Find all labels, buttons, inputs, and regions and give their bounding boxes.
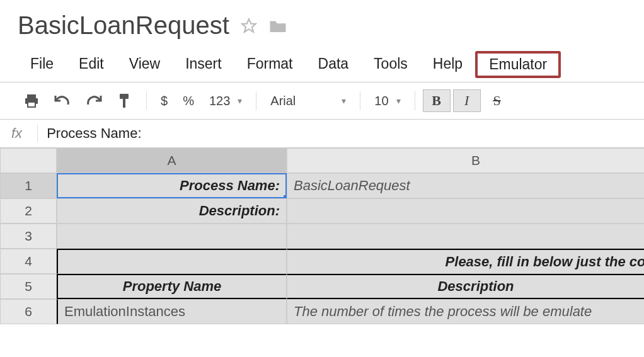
cell-b3[interactable] — [287, 224, 644, 249]
menu-edit[interactable]: Edit — [66, 52, 117, 77]
menu-view[interactable]: View — [117, 52, 173, 77]
document-title[interactable]: BasicLoanRequest — [18, 11, 229, 40]
cell-a4[interactable] — [57, 249, 287, 274]
fx-label: fx — [11, 125, 28, 142]
menubar: File Edit View Insert Format Data Tools … — [18, 51, 626, 78]
svg-rect-1 — [27, 94, 36, 98]
svg-rect-4 — [120, 94, 129, 99]
chevron-down-icon: ▾ — [342, 96, 346, 106]
cell-b6[interactable]: The number of times the process will be … — [287, 299, 644, 324]
select-all-corner[interactable] — [0, 148, 57, 173]
svg-rect-5 — [123, 99, 125, 108]
bold-button[interactable]: B — [423, 89, 451, 112]
menu-emulator[interactable]: Emulator — [475, 51, 561, 78]
column-header-a[interactable]: A — [57, 148, 287, 173]
font-size-dropdown[interactable]: 10 ▾ — [368, 90, 406, 112]
fx-text: fx — [11, 125, 22, 141]
row-header[interactable]: 4 — [0, 249, 57, 274]
cell-b5[interactable]: Description — [287, 274, 644, 299]
cell-a3[interactable] — [57, 224, 287, 249]
font-dropdown[interactable]: Arial ▾ — [264, 90, 352, 112]
undo-icon[interactable] — [48, 91, 77, 111]
row-header[interactable]: 3 — [0, 224, 57, 249]
cell-a1[interactable]: Process Name: — [57, 173, 287, 198]
svg-marker-0 — [242, 19, 256, 32]
cell-a6[interactable]: EmulationInstances — [57, 299, 287, 324]
toolbar-separator — [256, 91, 256, 110]
print-icon[interactable] — [18, 90, 45, 111]
toolbar: $ % 123 ▾ Arial ▾ 10 ▾ B I S — [0, 82, 644, 120]
cell-b1[interactable]: BasicLoanRequest — [287, 173, 644, 198]
star-icon[interactable] — [241, 18, 257, 34]
toolbar-separator — [146, 91, 147, 110]
row-header[interactable]: 2 — [0, 198, 57, 224]
folder-icon[interactable] — [268, 18, 287, 34]
font-size-label: 10 — [374, 94, 388, 108]
number-format-dropdown[interactable]: 123 ▾ — [203, 90, 248, 112]
chevron-down-icon: ▾ — [396, 96, 401, 106]
formula-bar-divider — [37, 125, 38, 142]
paint-format-icon[interactable] — [111, 89, 139, 113]
column-header-b[interactable]: B — [287, 148, 644, 173]
italic-button[interactable]: I — [453, 89, 481, 112]
menu-file[interactable]: File — [18, 52, 66, 77]
formula-bar-value[interactable]: Process Name: — [47, 125, 141, 142]
cell-b2[interactable] — [287, 198, 644, 224]
font-name-label: Arial — [270, 94, 296, 108]
cell-b4[interactable]: Please, fill in below just the colu — [287, 249, 644, 274]
spreadsheet-grid: A B 1 Process Name: BasicLoanRequest 2 D… — [0, 148, 644, 324]
redo-icon[interactable] — [79, 91, 108, 111]
row-header[interactable]: 1 — [0, 173, 57, 198]
formula-bar: fx Process Name: — [0, 120, 644, 148]
cell-a2[interactable]: Description: — [57, 198, 287, 224]
percent-format-button[interactable]: % — [176, 90, 200, 112]
row-header[interactable]: 5 — [0, 274, 57, 299]
cell-a5[interactable]: Property Name — [57, 274, 287, 299]
menu-format[interactable]: Format — [234, 52, 306, 77]
menu-help[interactable]: Help — [420, 52, 475, 77]
toolbar-separator — [360, 91, 360, 110]
chevron-down-icon: ▾ — [238, 96, 242, 106]
currency-format-button[interactable]: $ — [154, 90, 174, 112]
menu-insert[interactable]: Insert — [173, 52, 234, 77]
menu-data[interactable]: Data — [306, 52, 362, 77]
toolbar-separator — [415, 91, 415, 110]
row-header[interactable]: 6 — [0, 299, 57, 324]
svg-rect-3 — [28, 102, 35, 107]
number-format-label: 123 — [209, 94, 230, 108]
strikethrough-button[interactable]: S — [483, 89, 511, 112]
menu-tools[interactable]: Tools — [361, 52, 420, 77]
